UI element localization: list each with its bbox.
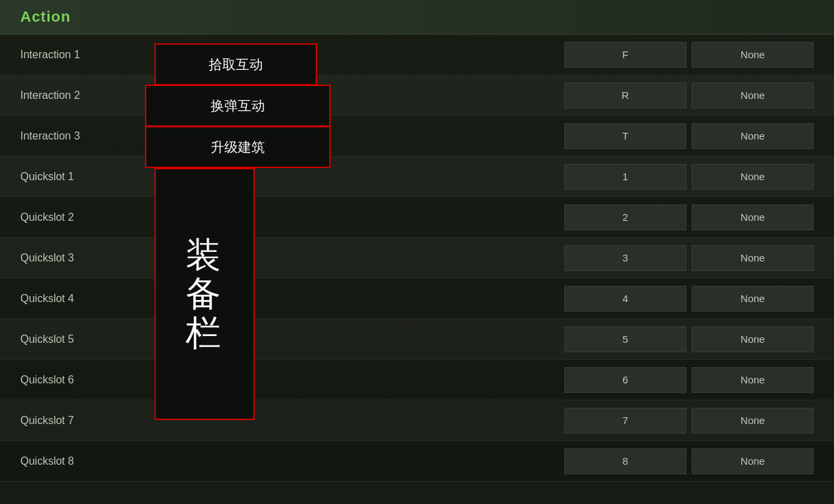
table-row: Quickslot 11None — [0, 156, 834, 197]
table-row: Quickslot 55None — [0, 319, 834, 360]
page-container: Action Interaction 1FNoneInteraction 2RN… — [0, 0, 834, 504]
secondary-key-button[interactable]: None — [692, 408, 814, 434]
primary-key-button[interactable]: 2 — [564, 205, 686, 230]
keybind-table: Interaction 1FNoneInteraction 2RNoneInte… — [0, 35, 834, 482]
table-row: Interaction 1FNone — [0, 35, 834, 75]
primary-key-button[interactable]: 8 — [564, 448, 686, 474]
action-label: Quickslot 4 — [20, 293, 169, 305]
section-title: Action — [20, 8, 70, 26]
action-label: Interaction 3 — [20, 130, 169, 142]
secondary-key-button[interactable]: None — [692, 245, 814, 271]
table-row: Quickslot 66None — [0, 360, 834, 400]
secondary-key-button[interactable]: None — [692, 83, 814, 108]
secondary-key-button[interactable]: None — [692, 327, 814, 352]
secondary-key-button[interactable]: None — [692, 42, 814, 68]
primary-key-button[interactable]: 5 — [564, 327, 686, 352]
table-row: Quickslot 88None — [0, 441, 834, 482]
primary-key-button[interactable]: T — [564, 123, 686, 149]
primary-key-button[interactable]: 4 — [564, 286, 686, 312]
action-label: Quickslot 5 — [20, 333, 169, 345]
action-label: Quickslot 6 — [20, 374, 169, 386]
primary-key-button[interactable]: 6 — [564, 367, 686, 393]
action-label: Interaction 1 — [20, 49, 169, 61]
primary-key-button[interactable]: F — [564, 42, 686, 68]
secondary-key-button[interactable]: None — [692, 123, 814, 149]
action-label: Quickslot 3 — [20, 252, 169, 264]
primary-key-button[interactable]: 1 — [564, 164, 686, 190]
secondary-key-button[interactable]: None — [692, 164, 814, 190]
table-row: Interaction 3TNone — [0, 116, 834, 156]
action-label: Interaction 2 — [20, 89, 169, 102]
action-label: Quickslot 8 — [20, 455, 169, 467]
action-label: Quickslot 1 — [20, 171, 169, 183]
table-row: Interaction 2RNone — [0, 75, 834, 116]
table-row: Quickslot 22None — [0, 197, 834, 238]
secondary-key-button[interactable]: None — [692, 286, 814, 312]
secondary-key-button[interactable]: None — [692, 205, 814, 230]
primary-key-button[interactable]: R — [564, 83, 686, 108]
primary-key-button[interactable]: 3 — [564, 245, 686, 271]
primary-key-button[interactable]: 7 — [564, 408, 686, 434]
action-label: Quickslot 7 — [20, 415, 169, 427]
table-row: Quickslot 77None — [0, 400, 834, 441]
section-header: Action — [0, 0, 834, 35]
table-row: Quickslot 44None — [0, 278, 834, 319]
action-label: Quickslot 2 — [20, 211, 169, 224]
table-row: Quickslot 33None — [0, 238, 834, 278]
secondary-key-button[interactable]: None — [692, 448, 814, 474]
secondary-key-button[interactable]: None — [692, 367, 814, 393]
